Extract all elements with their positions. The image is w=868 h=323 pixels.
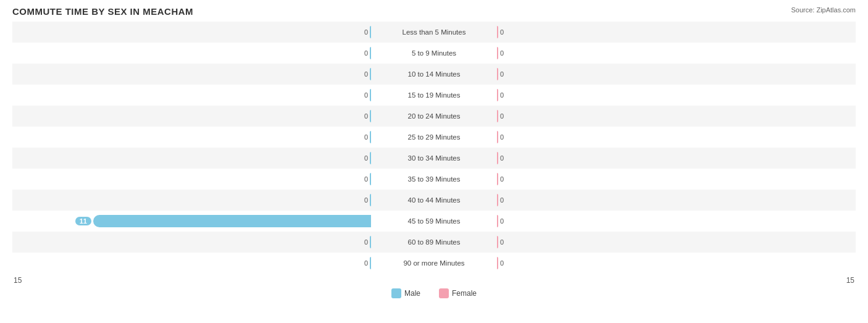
female-bar — [497, 26, 498, 38]
chart-row: 035 to 39 Minutes0 — [12, 169, 856, 190]
legend-male-box — [391, 288, 401, 298]
left-bar-area: 0 — [12, 190, 372, 211]
chart-row: 090 or more Minutes0 — [12, 253, 856, 274]
chart-rows-container: 0Less than 5 Minutes005 to 9 Minutes0010… — [12, 22, 856, 274]
source-label: Source: ZipAtlas.com — [791, 6, 856, 14]
left-bar-area: 0 — [12, 169, 372, 190]
male-bar — [370, 47, 371, 59]
female-bar — [497, 257, 498, 269]
female-value: 0 — [500, 175, 511, 183]
female-value: 0 — [500, 196, 511, 204]
male-value: 0 — [357, 133, 368, 141]
male-bar — [370, 194, 371, 206]
female-bar — [497, 68, 498, 80]
row-label: 35 to 39 Minutes — [372, 175, 496, 183]
female-value: 0 — [500, 112, 511, 120]
left-bar-area: 0 — [12, 232, 372, 253]
female-value: 0 — [500, 259, 511, 267]
right-bar-area: 0 — [496, 127, 856, 148]
right-bar-area: 0 — [496, 253, 856, 274]
right-bar-area: 0 — [496, 169, 856, 190]
chart-container: COMMUTE TIME BY SEX IN MEACHAM Source: Z… — [0, 0, 868, 323]
right-bar-area: 0 — [496, 232, 856, 253]
female-bar — [497, 47, 498, 59]
male-bar — [370, 89, 371, 101]
male-value: 0 — [357, 175, 368, 183]
male-value: 0 — [357, 154, 368, 162]
chart-row: 060 to 89 Minutes0 — [12, 232, 856, 253]
chart-row: 030 to 34 Minutes0 — [12, 148, 856, 169]
chart-row: 010 to 14 Minutes0 — [12, 64, 856, 85]
chart-row: 025 to 29 Minutes0 — [12, 127, 856, 148]
row-label: 10 to 14 Minutes — [372, 70, 496, 78]
female-value: 0 — [500, 238, 511, 246]
chart-title: COMMUTE TIME BY SEX IN MEACHAM — [12, 6, 856, 17]
right-bar-area: 0 — [496, 148, 856, 169]
female-bar — [497, 110, 498, 122]
male-bar — [370, 26, 371, 38]
male-bar — [370, 257, 371, 269]
chart-row: 040 to 44 Minutes0 — [12, 190, 856, 211]
male-value: 0 — [357, 70, 368, 78]
legend: Male Female — [12, 288, 856, 298]
male-bar — [370, 131, 371, 143]
left-bar-area: 0 — [12, 148, 372, 169]
female-value: 0 — [500, 133, 511, 141]
male-value: 0 — [357, 91, 368, 99]
chart-row: 015 to 19 Minutes0 — [12, 85, 856, 106]
row-label: 60 to 89 Minutes — [372, 238, 496, 246]
female-value: 0 — [500, 49, 511, 57]
female-bar — [497, 194, 498, 206]
row-label: Less than 5 Minutes — [372, 28, 496, 36]
left-bar-area: 11 — [12, 211, 372, 232]
female-bar — [497, 152, 498, 164]
row-label: 45 to 59 Minutes — [372, 217, 496, 225]
right-bar-area: 0 — [496, 64, 856, 85]
female-value: 0 — [500, 91, 511, 99]
axis-row: 15 15 — [12, 274, 856, 287]
male-value: 0 — [357, 196, 368, 204]
left-bar-area: 0 — [12, 106, 372, 127]
row-label: 90 or more Minutes — [372, 259, 496, 267]
male-value: 0 — [357, 112, 368, 120]
right-bar-area: 0 — [496, 106, 856, 127]
chart-row: 020 to 24 Minutes0 — [12, 106, 856, 127]
legend-female-label: Female — [452, 289, 477, 298]
female-bar — [497, 236, 498, 248]
female-bar — [497, 89, 498, 101]
chart-row: 1145 to 59 Minutes0 — [12, 211, 856, 232]
legend-male-label: Male — [404, 289, 420, 298]
female-bar — [497, 131, 498, 143]
female-value: 0 — [500, 28, 511, 36]
male-value-badge: 11 — [75, 217, 91, 225]
male-bar — [93, 215, 371, 227]
male-bar — [370, 152, 371, 164]
male-bar — [370, 236, 371, 248]
male-value: 0 — [357, 259, 368, 267]
male-value: 0 — [357, 28, 368, 36]
axis-left-label: 15 — [12, 276, 372, 285]
right-bar-area: 0 — [496, 85, 856, 106]
chart-row: 05 to 9 Minutes0 — [12, 43, 856, 64]
male-bar — [370, 68, 371, 80]
legend-female-box — [439, 288, 449, 298]
legend-male: Male — [391, 288, 420, 298]
chart-row: 0Less than 5 Minutes0 — [12, 22, 856, 43]
row-label: 5 to 9 Minutes — [372, 49, 496, 57]
female-bar — [497, 215, 498, 227]
female-value: 0 — [500, 154, 511, 162]
left-bar-area: 0 — [12, 22, 372, 43]
axis-right-label: 15 — [496, 276, 856, 285]
row-label: 40 to 44 Minutes — [372, 196, 496, 204]
row-label: 25 to 29 Minutes — [372, 133, 496, 141]
male-bar — [370, 110, 371, 122]
left-bar-area: 0 — [12, 127, 372, 148]
male-value: 0 — [357, 49, 368, 57]
legend-female: Female — [439, 288, 477, 298]
left-bar-area: 0 — [12, 43, 372, 64]
left-bar-area: 0 — [12, 64, 372, 85]
row-label: 30 to 34 Minutes — [372, 154, 496, 162]
row-label: 20 to 24 Minutes — [372, 112, 496, 120]
right-bar-area: 0 — [496, 211, 856, 232]
male-bar — [370, 173, 371, 185]
